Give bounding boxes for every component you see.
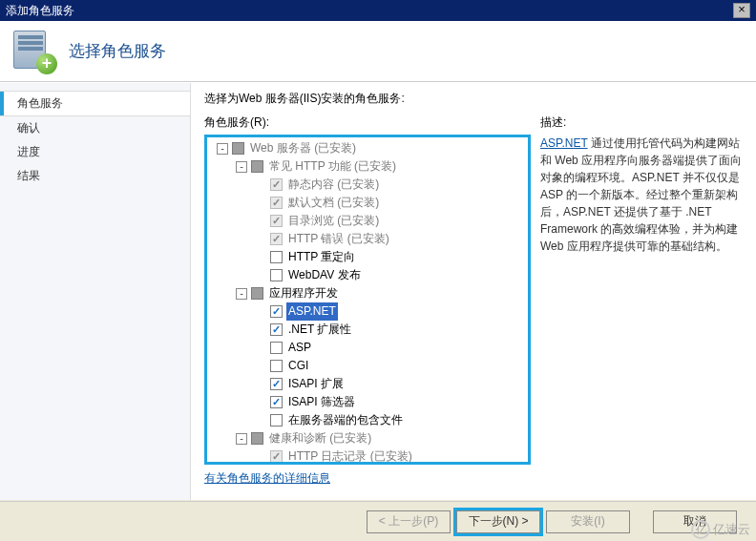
details-link[interactable]: 有关角色服务的详细信息 [204, 470, 330, 487]
tree-node-label[interactable]: Web 服务器 (已安装) [248, 139, 358, 157]
wizard-footer: < 上一步(P) 下一步(N) > 安装(I) 取消 [0, 501, 756, 541]
wizard-sidebar: 角色服务确认进度结果 [0, 83, 191, 500]
tree-node[interactable]: -CGI [207, 357, 528, 375]
checkbox[interactable] [251, 287, 263, 300]
tree-node[interactable]: -默认文档 (已安装) [207, 194, 528, 212]
cancel-button[interactable]: 取消 [653, 510, 737, 533]
tree-node-label[interactable]: 应用程序开发 [267, 284, 340, 302]
wizard-main: 选择为Web 服务器(IIS)安装的角色服务: 角色服务(R): -Web 服务… [191, 83, 756, 500]
expand-toggle[interactable]: - [217, 143, 228, 155]
tree-node[interactable]: -ASP.NET [207, 302, 528, 321]
sidebar-step-1[interactable]: 确认 [0, 116, 190, 140]
page-title: 选择角色服务 [69, 40, 166, 62]
tree-node[interactable]: -在服务器端的包含文件 [207, 411, 528, 429]
tree-node-label[interactable]: ISAPI 扩展 [286, 375, 346, 393]
sidebar-step-0[interactable]: 角色服务 [0, 91, 190, 116]
tree-node[interactable]: -HTTP 重定向 [207, 248, 528, 266]
desc-label: 描述: [540, 114, 743, 131]
description-link[interactable]: ASP.NET [540, 136, 588, 150]
checkbox [270, 178, 283, 191]
checkbox [251, 160, 263, 173]
sidebar-step-3[interactable]: 结果 [0, 164, 190, 188]
tree-node-label[interactable]: 常见 HTTP 功能 (已安装) [267, 157, 398, 176]
tree-node[interactable]: -静态内容 (已安装) [207, 176, 528, 194]
checkbox [270, 215, 283, 227]
tree-node[interactable]: -HTTP 错误 (已安装) [207, 230, 528, 248]
tree-node-label[interactable]: ASP.NET [286, 302, 338, 321]
tree-node[interactable]: -.NET 扩展性 [207, 321, 528, 339]
tree-node[interactable]: -健康和诊断 (已安装) [207, 429, 528, 447]
tree-node[interactable]: -目录浏览 (已安装) [207, 212, 528, 230]
tree-node-label[interactable]: HTTP 错误 (已安装) [286, 230, 391, 248]
tree-node[interactable]: -WebDAV 发布 [207, 266, 528, 284]
description-text: ASP.NET 通过使用托管代码为构建网站和 Web 应用程序向服务器端提供了面… [540, 135, 743, 255]
checkbox [251, 432, 263, 445]
checkbox[interactable] [270, 378, 283, 390]
checkbox[interactable] [270, 342, 283, 354]
intro-text: 选择为Web 服务器(IIS)安装的角色服务: [204, 91, 743, 107]
tree-node-label[interactable]: ASP [286, 339, 313, 357]
wizard-header: + 选择角色服务 [0, 21, 756, 82]
tree-node[interactable]: -Web 服务器 (已安装) [207, 139, 528, 157]
tree-node-label[interactable]: 静态内容 (已安装) [286, 176, 381, 194]
tree-node-label[interactable]: CGI [286, 357, 310, 375]
server-add-icon: + [13, 31, 55, 73]
checkbox[interactable] [270, 396, 283, 408]
tree-node[interactable]: -ISAPI 扩展 [207, 375, 528, 393]
checkbox[interactable] [270, 414, 283, 427]
tree-node[interactable]: -HTTP 日志记录 (已安装) [207, 447, 528, 465]
tree-label: 角色服务(R): [204, 114, 531, 131]
expand-toggle[interactable]: - [236, 433, 247, 445]
tree-node[interactable]: -应用程序开发 [207, 284, 528, 302]
tree-node-label[interactable]: HTTP 日志记录 (已安装) [286, 447, 414, 465]
checkbox [270, 233, 283, 245]
tree-node[interactable]: -ASP [207, 339, 528, 357]
titlebar: 添加角色服务 × [0, 0, 756, 21]
checkbox [232, 142, 244, 155]
tree-node-label[interactable]: 健康和诊断 (已安装) [267, 429, 373, 447]
tree-node-label[interactable]: HTTP 重定向 [286, 248, 357, 266]
checkbox [270, 450, 283, 463]
tree-node-label[interactable]: .NET 扩展性 [286, 321, 353, 339]
tree-node-label[interactable]: ISAPI 筛选器 [286, 393, 357, 411]
checkbox[interactable] [270, 251, 283, 263]
install-button[interactable]: 安装(I) [546, 510, 630, 533]
tree-node-label[interactable]: 在服务器端的包含文件 [286, 411, 405, 429]
window-title: 添加角色服务 [6, 0, 74, 21]
checkbox[interactable] [270, 323, 283, 336]
tree-node-label[interactable]: WebDAV 发布 [286, 266, 363, 284]
close-button[interactable]: × [733, 3, 750, 18]
role-services-tree[interactable]: -Web 服务器 (已安装)-常见 HTTP 功能 (已安装)-静态内容 (已安… [204, 135, 531, 465]
tree-node-label[interactable]: 默认文档 (已安装) [286, 194, 381, 212]
description-body: 通过使用托管代码为构建网站和 Web 应用程序向服务器端提供了面向对象的编程环境… [540, 136, 742, 253]
checkbox[interactable] [270, 360, 283, 372]
expand-toggle[interactable]: - [236, 288, 247, 300]
tree-node[interactable]: -ISAPI 筛选器 [207, 393, 528, 411]
checkbox[interactable] [270, 269, 283, 281]
prev-button[interactable]: < 上一步(P) [367, 510, 451, 533]
tree-node-label[interactable]: 目录浏览 (已安装) [286, 212, 381, 230]
checkbox[interactable] [270, 305, 283, 318]
sidebar-step-2[interactable]: 进度 [0, 140, 190, 164]
tree-node[interactable]: -常见 HTTP 功能 (已安装) [207, 157, 528, 176]
next-button[interactable]: 下一步(N) > [456, 510, 540, 533]
expand-toggle[interactable]: - [236, 161, 247, 173]
checkbox [270, 197, 283, 209]
